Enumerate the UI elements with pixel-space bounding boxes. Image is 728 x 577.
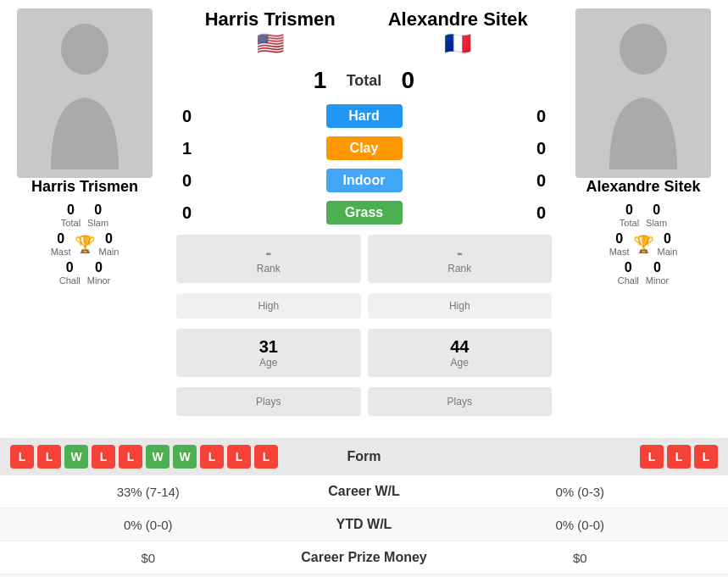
right-total-score: 0 [395,67,420,94]
indoor-row: 0 Indoor 0 [176,169,552,192]
left-trophy-icon: 🏆 [75,234,96,254]
hard-row: 0 Hard 0 [176,104,552,128]
right-age-value: 44 [393,337,527,357]
left-form-badge-0: L [10,445,34,469]
right-rank-value: - [393,243,527,263]
stats-left-0: 33% (7-14) [17,485,280,499]
stats-label-2: Career Prize Money [280,550,449,565]
left-form-badge-9: L [254,445,278,469]
left-player-photo [17,8,153,178]
left-name-center: Harris Trismen [205,8,336,31]
right-rank-label: Rank [393,263,527,275]
right-stat-minor: 0 Minor [646,260,670,286]
left-stat-chall: 0 Chall [59,260,81,286]
main-container: Harris Trismen 0 Total 0 Slam 0 Mast 🏆 [0,0,728,577]
right-stat-chall: 0 Chall [618,260,639,286]
left-form-badge-1: L [37,445,61,469]
svg-point-0 [61,24,108,75]
left-plays-card: Plays [176,387,361,416]
left-form-badge-2: W [64,445,88,469]
player-comparison-area: Harris Trismen 0 Total 0 Slam 0 Mast 🏆 [0,0,728,428]
left-total-score: 1 [308,67,333,94]
left-grass-score: 0 [176,203,197,223]
hard-badge: Hard [326,104,403,128]
left-flag: 🇺🇸 [257,31,284,57]
stats-label-1: YTD W/L [280,517,449,532]
left-form-badges: LLWLLWWLLL [10,445,327,469]
right-high-label: High [393,300,527,312]
right-form-badge-0: L [640,445,664,469]
bottom-section: LLWLLWWLLL Form LLL 33% (7-14) Career W/… [0,438,728,577]
right-player-stats-row3: 0 Chall 0 Minor [567,260,720,286]
right-rank-card: - Rank [368,235,553,283]
stats-left-1: 0% (0-0) [17,518,280,532]
left-player-stats-row1: 0 Total 0 Slam [8,203,161,228]
left-stat-main: 0 Main [99,231,119,257]
left-player-name: Harris Trismen [31,178,138,196]
left-stat-total: 0 Total [61,203,81,228]
right-name-center: Alexandre Sitek [388,8,528,31]
left-form-badge-6: W [173,445,197,469]
total-scores-row: 1 Total 0 [168,60,560,104]
svg-point-1 [620,24,667,75]
left-form-badge-5: W [146,445,169,469]
right-player-stats-row2: 0 Mast 🏆 0 Main [567,231,720,257]
left-age-label: Age [202,357,336,369]
stats-right-0: 0% (0-3) [449,485,712,499]
right-form-badges: LLL [402,445,719,469]
clay-row: 1 Clay 0 [176,136,552,160]
left-age-value: 31 [202,337,336,357]
left-stat-minor: 0 Minor [87,260,111,286]
right-stat-slam: 0 Slam [646,203,667,228]
stats-left-2: $0 [17,551,280,565]
stats-label-0: Career W/L [280,484,449,499]
right-age-label: Age [393,357,527,369]
left-player-column: Harris Trismen 0 Total 0 Slam 0 Mast 🏆 [8,8,161,419]
right-indoor-score: 0 [531,171,552,191]
left-stat-slam: 0 Slam [87,203,108,228]
right-hard-score: 0 [531,107,552,126]
left-indoor-score: 0 [176,171,197,191]
right-player-column: Alexandre Sitek 0 Total 0 Slam 0 Mast 🏆 [567,8,720,419]
right-player-name: Alexandre Sitek [586,178,700,196]
right-high-card: High [368,293,553,319]
right-player-photo [575,8,711,178]
right-stat-mast: 0 Mast [609,231,630,257]
left-rank-card: - Rank [176,235,361,283]
center-column: Harris Trismen 🇺🇸 Alexandre Sitek 🇫🇷 1 T… [168,8,560,419]
left-rank-value: - [202,243,336,263]
clay-badge: Clay [326,136,403,160]
left-rank-label: Rank [202,263,336,275]
grass-badge: Grass [326,201,403,225]
left-player-stats-row3: 0 Chall 0 Minor [8,260,161,286]
left-hard-score: 0 [176,107,197,126]
left-form-badge-7: L [200,445,224,469]
stats-right-1: 0% (0-0) [449,518,712,532]
left-player-stats-row2: 0 Mast 🏆 0 Main [8,231,161,257]
right-player-stats-row1: 0 Total 0 Slam [567,203,720,228]
left-age-card: 31 Age [176,329,361,377]
grass-row: 0 Grass 0 [176,201,552,225]
right-form-badge-2: L [694,445,718,469]
right-grass-score: 0 [531,203,552,223]
left-clay-score: 1 [176,139,197,158]
right-clay-score: 0 [531,139,552,158]
right-plays-card: Plays [368,387,553,416]
total-label: Total [347,72,382,90]
right-stat-total: 0 Total [620,203,639,228]
form-row: LLWLLWWLLL Form LLL [0,438,728,475]
left-form-badge-8: L [227,445,251,469]
stats-row-0: 33% (7-14) Career W/L 0% (0-3) [0,475,728,508]
stats-rows-container: 33% (7-14) Career W/L 0% (0-3) 0% (0-0) … [0,475,728,577]
right-flag: 🇫🇷 [444,31,471,57]
left-plays-label: Plays [202,396,336,408]
stats-right-2: $0 [449,551,712,565]
right-form-badge-1: L [667,445,691,469]
stats-row-1: 0% (0-0) YTD W/L 0% (0-0) [0,508,728,541]
indoor-badge: Indoor [326,169,403,192]
form-label: Form [331,449,398,464]
right-age-card: 44 Age [368,329,553,377]
left-form-badge-3: L [92,445,115,469]
left-high-card: High [176,293,361,319]
right-plays-label: Plays [393,396,527,408]
